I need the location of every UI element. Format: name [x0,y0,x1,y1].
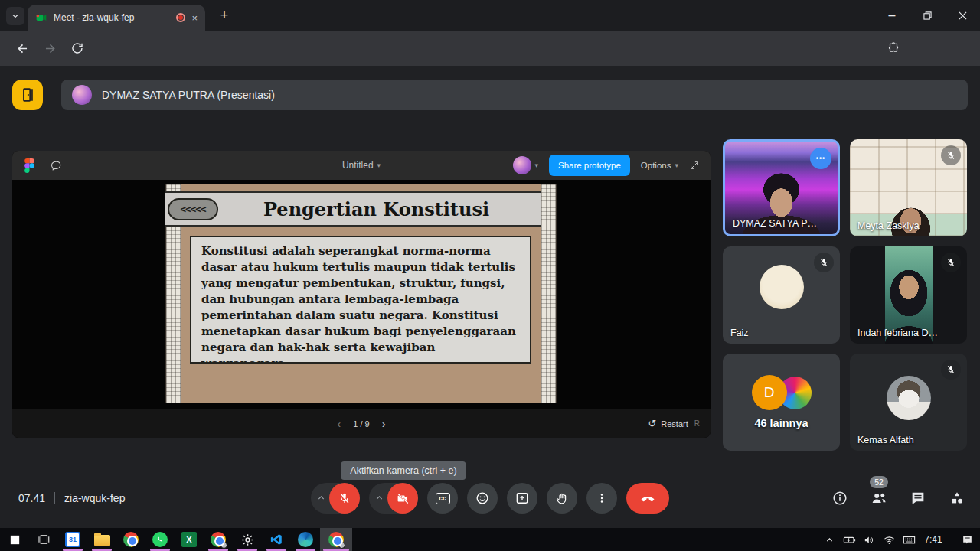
window-restore-button[interactable] [910,0,945,31]
taskbar-chrome-profile2[interactable] [204,528,233,551]
presenting-banner[interactable]: DYMAZ SATYA PUTRA (Presentasi) [61,80,968,110]
calendar-icon: 31 [65,532,80,547]
overflow-count-label: 46 lainnya [723,417,840,429]
restart-button[interactable]: ↺ Restart R [648,409,700,438]
taskbar-chrome-active[interactable] [320,528,352,551]
reload-button[interactable] [64,35,90,61]
action-center-button[interactable] [957,528,977,551]
tray-expand-button[interactable] [819,528,839,551]
touch-keyboard-button[interactable] [899,528,919,551]
participant-name: Meyta Zaskiya [858,220,920,231]
comment-icon[interactable] [50,159,63,172]
meet-favicon [35,11,47,24]
taskbar-clock[interactable]: 7:41 [919,534,948,545]
taskbar-whatsapp[interactable] [145,528,175,551]
shared-screen: Untitled ▾ ▾ Share prototype Options ▾ [12,151,710,438]
options-button[interactable]: Options ▾ [641,161,678,170]
fullscreen-icon[interactable] [689,160,700,171]
participant-name: Indah febriana D… [858,328,938,338]
leave-call-shortcut-button[interactable] [12,80,43,110]
meeting-code: zia-wquk-fep [64,492,125,504]
prev-page-button[interactable]: ‹ [337,417,341,430]
volume-indicator[interactable] [859,528,879,551]
mic-control-group[interactable] [311,483,360,514]
camera-off-button[interactable] [387,483,418,514]
participants-button[interactable]: 52 [870,489,888,507]
taskbar-settings[interactable] [233,528,262,551]
taskbar-excel[interactable]: X [175,528,204,551]
next-page-button[interactable]: › [382,417,386,430]
taskbar-chrome[interactable] [116,528,145,551]
keyboard-icon [902,533,916,547]
slide-back-button[interactable]: <<<<< [168,198,218,220]
taskbar-edge[interactable] [291,528,320,551]
end-call-icon [639,489,657,507]
participant-tile-dymaz[interactable]: ••• DYMAZ SATYA P… [723,139,840,236]
taskbar-file-explorer[interactable] [87,528,116,551]
end-call-button[interactable] [626,483,669,514]
mic-muted-icon [941,360,961,380]
participant-tile-kemas[interactable]: Kemas Alfath [850,354,967,451]
new-tab-button[interactable]: + [216,7,233,24]
participant-tile-faiz[interactable]: Faiz [723,246,840,344]
share-prototype-button[interactable]: Share prototype [549,155,630,176]
browser-tab[interactable]: Meet - zia-wquk-fep × [28,5,205,31]
notification-icon [961,533,974,546]
call-divider [54,492,55,504]
raise-hand-button[interactable] [547,483,577,514]
hand-icon [555,491,570,506]
figma-toolbar: Untitled ▾ ▾ Share prototype Options ▾ [12,151,710,180]
captions-button[interactable]: cc [427,483,458,514]
start-button[interactable] [0,528,29,551]
reactions-button[interactable] [467,483,498,514]
folder-icon [94,535,110,546]
captions-icon: cc [436,493,450,504]
mic-muted-button[interactable] [329,483,360,514]
wifi-icon [883,533,896,546]
mic-options-chevron-icon[interactable] [316,493,326,503]
file-title-text: Untitled [342,160,374,171]
windows-logo-icon [8,533,21,546]
tab-close-icon[interactable]: × [191,13,198,23]
camera-tooltip: Aktifkan kamera (ctrl + e) [341,461,466,480]
speaker-icon [863,533,876,546]
taskbar-calendar[interactable]: 31 [58,528,87,551]
extensions-button[interactable] [880,35,906,61]
wifi-indicator[interactable] [879,528,899,551]
taskbar-vscode[interactable] [262,528,291,551]
recording-indicator-icon [176,13,185,22]
page-indicator: 1 / 9 [353,419,369,429]
task-view-button[interactable] [29,528,58,551]
more-options-button[interactable] [586,483,617,514]
figma-file-title[interactable]: Untitled ▾ [342,160,381,171]
window-minimize-button[interactable]: – [874,0,910,31]
participant-tile-indah[interactable]: Indah febriana D… [850,246,967,344]
back-button[interactable] [9,35,35,61]
camera-options-chevron-icon[interactable] [374,493,384,503]
restart-label: Restart [661,419,688,429]
tab-strip: Meet - zia-wquk-fep × + – [0,0,980,31]
forward-button[interactable] [37,35,63,61]
participant-tile-meyta[interactable]: Meyta Zaskiya [850,139,967,236]
activities-button[interactable] [948,489,966,507]
meeting-details-button[interactable] [831,489,849,507]
presenter-avatar [72,85,92,105]
system-tray: 7:41 [819,528,977,551]
battery-charging-icon [842,533,857,547]
back-icon [15,41,30,56]
newspaper-strip-right [541,184,557,403]
present-button[interactable] [507,483,537,514]
battery-indicator[interactable] [839,528,859,551]
more-vert-icon [595,491,609,505]
mic-muted-icon [941,253,961,272]
tile-menu-button[interactable]: ••• [810,148,831,169]
chrome-icon [123,532,139,547]
chat-button[interactable] [909,489,927,507]
chevron-down-icon: ▾ [377,161,381,169]
figma-user-menu[interactable]: ▾ [513,156,538,174]
window-close-button[interactable] [945,0,980,31]
participant-tile-overflow[interactable]: D 46 lainnya [723,354,840,451]
restore-icon [923,11,932,20]
tab-search-button[interactable] [6,7,24,25]
camera-control-group[interactable] [369,483,418,514]
